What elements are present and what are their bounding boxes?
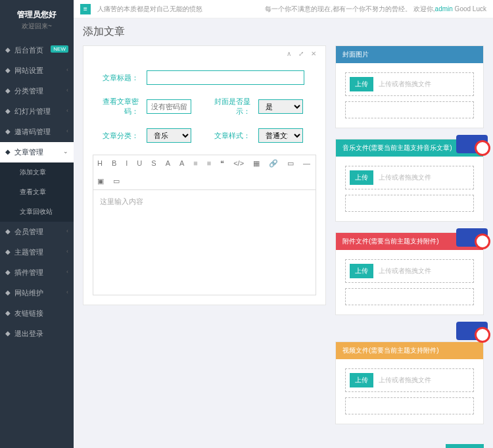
sidebar-item[interactable]: ◆后台首页NEW	[0, 40, 74, 61]
menu-icon: ◆	[5, 66, 11, 74]
admin-greeting: 管理员您好	[0, 9, 74, 20]
cover-upload-hint: 上传或者拖拽文件	[379, 80, 431, 89]
video-path-box[interactable]	[345, 397, 474, 414]
sidebar-menu: ◆后台首页NEW◆网站设置‹◆分类管理‹◆幻灯片管理‹◆邀请码管理‹◆文章管理⌄…	[0, 40, 74, 344]
new-badge: NEW	[51, 45, 68, 53]
title-label: 文章标题：	[93, 73, 139, 83]
video-panel-title: 视频文件(需要当前主题支持附件)	[336, 342, 483, 359]
password-label: 查看文章密码：	[93, 97, 139, 116]
music-path-box[interactable]	[345, 195, 474, 212]
sidebar: 管理员您好 欢迎回来~ ◆后台首页NEW◆网站设置‹◆分类管理‹◆幻灯片管理‹◆…	[0, 0, 74, 448]
toolbar-button[interactable]: ▭	[113, 177, 120, 186]
menu-icon: ◆	[5, 228, 11, 235]
topbar-right: 每一个你不满意的现在,都有一个你不努力的曾经。 欢迎你,admin Good L…	[265, 5, 486, 14]
attach-upload-hint: 上传或者拖拽文件	[379, 266, 431, 276]
title-input[interactable]	[147, 70, 304, 85]
topbar-quote: 人痛苦的本质都是对自己无能的愤怒	[97, 5, 202, 14]
sidebar-header: 管理员您好 欢迎回来~	[0, 0, 74, 40]
menu-icon: ◆	[5, 289, 11, 296]
style-label: 文章样式：	[204, 131, 250, 141]
toolbar-button[interactable]: B	[112, 159, 116, 168]
password-input[interactable]	[147, 99, 191, 114]
video-upload-hint: 上传或者拖拽文件	[379, 376, 431, 385]
menu-icon: ◆	[5, 128, 11, 135]
left-column: ∧ ⤢ ✕ 文章标题： 查看文章密码： 封面是否显示： 是	[83, 45, 326, 435]
chevron-icon: ‹	[66, 66, 68, 73]
menu-icon: ◆	[5, 268, 11, 276]
panel-controls[interactable]: ∧ ⤢ ✕	[83, 46, 325, 61]
video-upload-box[interactable]: 上传 上传或者拖拽文件	[345, 368, 474, 392]
menu-icon: ◆	[5, 148, 11, 155]
cover-path-box[interactable]	[345, 101, 474, 118]
main: ≡ 人痛苦的本质都是对自己无能的愤怒 每一个你不满意的现在,都有一个你不努力的曾…	[74, 0, 493, 448]
menu-icon: ◆	[5, 87, 11, 94]
toolbar-button[interactable]: </>	[233, 159, 244, 168]
sidebar-item[interactable]: ◆邀请码管理‹	[0, 122, 74, 142]
topbar: ≡ 人痛苦的本质都是对自己无能的愤怒 每一个你不满意的现在,都有一个你不努力的曾…	[74, 0, 493, 18]
toolbar-button[interactable]: ≡	[193, 159, 197, 168]
cover-panel-title: 封面图片	[336, 46, 483, 63]
toolbar-button[interactable]: —	[303, 159, 310, 168]
sidebar-item[interactable]: 文章回收站	[0, 202, 74, 222]
cover-upload-button[interactable]: 上传	[350, 77, 373, 91]
menu-icon: ◆	[5, 309, 11, 316]
chevron-icon: ‹	[66, 228, 68, 234]
category-select[interactable]: 音乐	[147, 128, 191, 143]
toolbar-button[interactable]: 🔗	[269, 159, 278, 168]
menu-toggle-button[interactable]: ≡	[80, 4, 91, 14]
sidebar-item[interactable]: 查看文章	[0, 182, 74, 202]
style-select[interactable]: 普通文章	[258, 128, 303, 143]
toolbar-button[interactable]: ▣	[97, 177, 104, 186]
music-upload-button[interactable]: 上传	[350, 170, 373, 185]
menu-icon: ◆	[5, 248, 11, 255]
attach-upload-box[interactable]: 上传 上传或者拖拽文件	[345, 259, 474, 283]
sidebar-item[interactable]: ◆分类管理‹	[0, 81, 74, 101]
music-upload-hint: 上传或者拖拽文件	[379, 173, 431, 182]
video-upload-button[interactable]: 上传	[350, 373, 373, 387]
category-label: 文章分类：	[93, 131, 139, 141]
toolbar-button[interactable]: I	[126, 159, 128, 168]
toolbar-button[interactable]: ▦	[253, 159, 260, 168]
toolbar-button[interactable]: U	[137, 159, 142, 168]
toolbar-button[interactable]: A	[166, 159, 170, 168]
video-panel: 视频文件(需要当前主题支持附件) 上传 上传或者拖拽文件	[335, 341, 484, 424]
sidebar-item[interactable]: ◆幻灯片管理‹	[0, 101, 74, 122]
cover-show-select[interactable]: 是	[258, 99, 303, 114]
chevron-icon: ‹	[66, 248, 68, 255]
cover-upload-box[interactable]: 上传 上传或者拖拽文件	[345, 72, 474, 96]
editor-toolbar: HBIUSAA≡≡❝</>▦🔗▭—▣▭	[93, 155, 316, 190]
page-title: 添加文章	[74, 18, 493, 45]
sidebar-item[interactable]: 添加文章	[0, 162, 74, 182]
chevron-icon: ⌄	[63, 148, 68, 155]
toolbar-button[interactable]: ❝	[220, 159, 224, 168]
content: ∧ ⤢ ✕ 文章标题： 查看文章密码： 封面是否显示： 是	[74, 45, 493, 444]
menu-icon: ◆	[5, 330, 11, 337]
toolbar-button[interactable]: H	[97, 159, 103, 168]
sidebar-item[interactable]: ◆插件管理‹	[0, 262, 74, 283]
user-link[interactable]: admin	[435, 5, 453, 12]
sidebar-item[interactable]: ◆网站设置‹	[0, 61, 74, 81]
toolbar-button[interactable]: A	[179, 159, 184, 168]
sidebar-item[interactable]: ◆网站维护‹	[0, 283, 74, 303]
sidebar-item[interactable]: ◆会员管理‹	[0, 222, 74, 242]
attach-upload-button[interactable]: 上传	[350, 264, 373, 278]
cover-panel: 封面图片 上传 上传或者拖拽文件	[335, 45, 484, 128]
music-upload-box[interactable]: 上传 上传或者拖拽文件	[345, 166, 474, 189]
sidebar-item[interactable]: ◆文章管理⌄	[0, 142, 74, 162]
submit-button[interactable]: 添加	[446, 444, 484, 448]
right-column: 封面图片 上传 上传或者拖拽文件 音乐文件(需要当前主题支持音乐文章) 上传 上…	[335, 45, 484, 435]
sidebar-item[interactable]: ◆退出登录	[0, 324, 74, 344]
editor-textarea[interactable]: 这里输入内容	[93, 190, 316, 295]
toolbar-button[interactable]: ▭	[287, 159, 294, 168]
chevron-icon: ‹	[66, 268, 68, 275]
chevron-icon: ‹	[66, 107, 68, 114]
sidebar-item[interactable]: ◆主题管理‹	[0, 242, 74, 262]
toolbar-button[interactable]: ≡	[207, 159, 211, 168]
form-panel: ∧ ⤢ ✕ 文章标题： 查看文章密码： 封面是否显示： 是	[83, 45, 326, 305]
toolbar-button[interactable]: S	[151, 159, 156, 168]
sidebar-item[interactable]: ◆友链链接	[0, 303, 74, 324]
admin-welcome: 欢迎回来~	[0, 22, 74, 31]
chevron-icon: ‹	[66, 128, 68, 134]
menu-icon: ◆	[5, 46, 11, 53]
attach-path-box[interactable]	[345, 288, 474, 305]
